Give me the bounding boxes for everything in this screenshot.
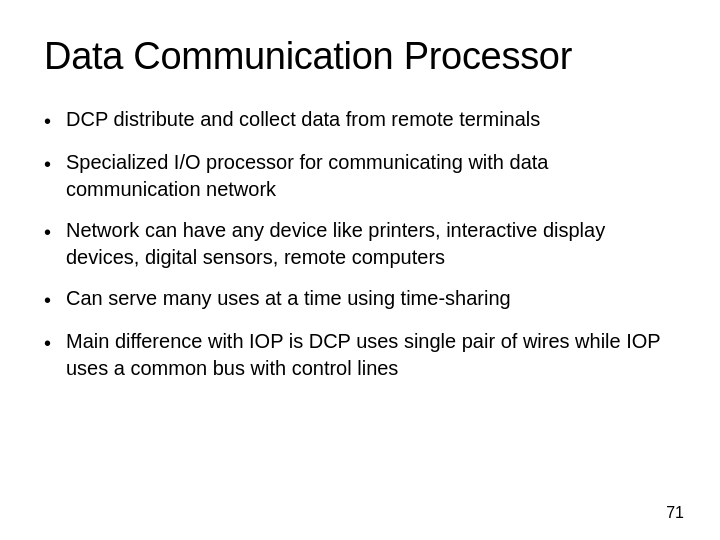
bullet-dot: • [44, 330, 66, 357]
bullet-list: • DCP distribute and collect data from r… [44, 106, 676, 510]
bullet-text: DCP distribute and collect data from rem… [66, 106, 676, 133]
slide: Data Communication Processor • DCP distr… [0, 0, 720, 540]
list-item: • Can serve many uses at a time using ti… [44, 285, 676, 314]
bullet-dot: • [44, 151, 66, 178]
bullet-dot: • [44, 219, 66, 246]
list-item: • Network can have any device like print… [44, 217, 676, 271]
slide-title: Data Communication Processor [44, 36, 676, 78]
list-item: • DCP distribute and collect data from r… [44, 106, 676, 135]
bullet-text: Specialized I/O processor for communicat… [66, 149, 676, 203]
bullet-dot: • [44, 287, 66, 314]
bullet-text: Main difference with IOP is DCP uses sin… [66, 328, 676, 382]
bullet-dot: • [44, 108, 66, 135]
bullet-text: Can serve many uses at a time using time… [66, 285, 676, 312]
list-item: • Specialized I/O processor for communic… [44, 149, 676, 203]
slide-number: 71 [666, 504, 684, 522]
list-item: • Main difference with IOP is DCP uses s… [44, 328, 676, 382]
bullet-text: Network can have any device like printer… [66, 217, 676, 271]
